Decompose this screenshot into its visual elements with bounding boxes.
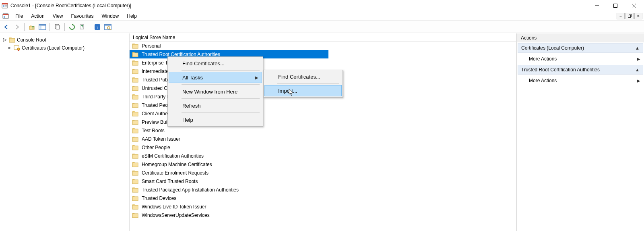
svg-rect-50 — [132, 214, 138, 218]
svg-rect-43 — [132, 154, 138, 158]
actions-more-1[interactable]: More Actions ▶ — [517, 54, 644, 64]
list-item-label: Smart Card Trusted Roots — [141, 178, 198, 185]
ctx-find-certificates[interactable]: Find Certificates... — [169, 58, 262, 69]
folder-icon — [132, 170, 138, 176]
svg-rect-11 — [4, 16, 5, 18]
export-list-button[interactable] — [78, 22, 87, 32]
refresh-button[interactable] — [67, 22, 77, 32]
collapse-arrow-icon[interactable]: ▲ — [635, 46, 640, 50]
list-item[interactable]: Certificate Enrolment Requests — [130, 169, 516, 177]
tree-certificates[interactable]: Certificates (Local Computer) — [2, 44, 127, 52]
chevron-right-icon: ▶ — [637, 78, 640, 83]
list-item[interactable]: Homegroup Machine Certificates — [130, 160, 516, 169]
maximize-button[interactable] — [606, 0, 625, 11]
menu-help-label: Help — [127, 13, 137, 19]
toolbar: ? — [0, 21, 644, 33]
mdi-close-button[interactable]: ✕ — [634, 13, 642, 19]
menu-view-label: View — [53, 13, 63, 19]
context-submenu: Find Certificates... Import... — [263, 70, 343, 98]
menu-file-label: File — [15, 13, 23, 19]
sub-find-certificates[interactable]: Find Certificates... — [264, 71, 342, 82]
window-title: Console1 - [Console Root\Certificates (L… — [10, 3, 131, 8]
folder-icon — [132, 136, 138, 142]
ctx-new-window[interactable]: New Window from Here — [169, 86, 262, 97]
svg-rect-4 — [5, 6, 7, 7]
sub-import-label: Import... — [278, 88, 297, 94]
list-item[interactable]: eSIM Certification Authorities — [130, 152, 516, 160]
title-bar: Console1 - [Console Root\Certificates (L… — [0, 0, 644, 11]
find-button[interactable] — [103, 22, 113, 32]
svg-rect-38 — [132, 112, 138, 116]
ctx-help[interactable]: Help — [169, 114, 262, 125]
list-item[interactable]: Smart Card Trusted Roots — [130, 177, 516, 185]
svg-rect-30 — [132, 44, 138, 48]
menu-file[interactable]: File — [11, 11, 27, 21]
menu-view[interactable]: View — [49, 11, 67, 21]
forward-button[interactable] — [12, 22, 22, 32]
ctx-help-label: Help — [182, 117, 193, 123]
copy-button[interactable] — [52, 22, 62, 32]
list-item[interactable]: Personal — [130, 42, 516, 50]
svg-rect-31 — [132, 53, 138, 57]
tree-console-root[interactable]: Console Root — [2, 36, 127, 44]
column-logical-store-name[interactable]: Logical Store Name — [132, 33, 329, 42]
folder-icon — [132, 77, 138, 83]
menu-window[interactable]: Window — [98, 11, 123, 21]
mdi-restore-button[interactable] — [625, 13, 634, 19]
ctx-find-label: Find Certificates... — [182, 60, 225, 67]
folder-icon — [9, 37, 15, 43]
menu-help[interactable]: Help — [123, 11, 141, 21]
back-button[interactable] — [2, 22, 11, 32]
list-item[interactable]: Test Roots — [130, 126, 516, 135]
menu-favourites[interactable]: Favourites — [67, 11, 98, 21]
svg-rect-35 — [132, 87, 138, 91]
folder-icon — [132, 162, 138, 167]
list-item[interactable]: Other People — [130, 143, 516, 152]
svg-rect-1 — [2, 3, 8, 4]
list-item-label: Homegroup Machine Certificates — [141, 161, 213, 168]
list-item[interactable]: WindowsServerUpdateServices — [130, 211, 516, 219]
certificate-icon — [14, 45, 20, 51]
mdi-minimize-button[interactable]: – — [617, 13, 625, 19]
submenu-arrow-icon: ▶ — [255, 75, 258, 80]
column-header-label: Logical Store Name — [133, 35, 175, 40]
menu-bar: File Action View Favourites Window Help … — [0, 11, 644, 21]
ctx-refresh[interactable]: Refresh — [169, 100, 262, 111]
svg-rect-45 — [132, 171, 138, 175]
svg-rect-2 — [3, 5, 4, 7]
close-button[interactable] — [625, 0, 643, 11]
list-item[interactable]: Trusted Devices — [130, 194, 516, 202]
ctx-separator — [277, 83, 339, 84]
folder-icon — [132, 179, 138, 184]
expander-icon[interactable] — [7, 46, 12, 50]
folder-icon — [132, 204, 138, 210]
actions-section-certificates[interactable]: Certificates (Local Computer) ▲ — [518, 43, 643, 53]
list-item-label: AAD Token Issuer — [141, 136, 181, 142]
minimize-button[interactable] — [588, 0, 606, 11]
actions-header-label: Actions — [521, 35, 537, 41]
collapse-arrow-icon[interactable]: ▲ — [635, 67, 640, 72]
help-button[interactable]: ? — [93, 22, 102, 32]
show-hide-tree-button[interactable] — [37, 22, 47, 32]
list-item[interactable]: Windows Live ID Token Issuer — [130, 202, 516, 211]
menu-action[interactable]: Action — [27, 11, 48, 21]
ctx-all-tasks[interactable]: All Tasks ▶ — [169, 72, 262, 83]
actions-more-2[interactable]: More Actions ▶ — [517, 75, 644, 86]
tree-root-label: Console Root — [17, 37, 46, 43]
svg-rect-42 — [132, 146, 138, 150]
sub-import[interactable]: Import... — [264, 85, 342, 96]
up-button[interactable] — [27, 22, 37, 32]
list-header[interactable]: Logical Store Name — [130, 33, 516, 42]
actions-section-trusted-root[interactable]: Trusted Root Certification Authorities ▲ — [518, 65, 643, 75]
ctx-new-window-label: New Window from Here — [182, 89, 237, 95]
expander-icon[interactable] — [2, 37, 7, 42]
menu-window-label: Window — [102, 13, 119, 19]
actions-section2-label: Trusted Root Certification Authorities — [521, 67, 600, 73]
folder-icon — [132, 43, 138, 49]
tree-pane[interactable]: Console Root Certificates (Local Compute… — [0, 33, 130, 231]
list-item[interactable]: Trusted Packaged App Installation Author… — [130, 185, 516, 194]
mdi-controls: – ✕ — [617, 13, 644, 19]
list-pane[interactable]: Logical Store Name PersonalTrusted Root … — [130, 33, 517, 231]
svg-rect-36 — [132, 95, 138, 99]
list-item[interactable]: AAD Token Issuer — [130, 135, 516, 143]
